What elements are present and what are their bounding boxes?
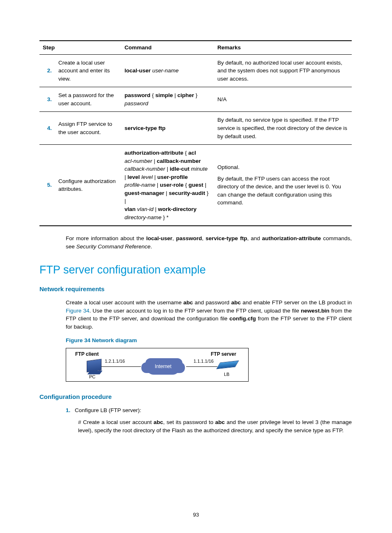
network-diagram: FTP client FTP server 1.2.1.1/16 Interne… [66, 348, 249, 382]
server-ip: 1.1.1.1/16 [194, 358, 214, 365]
step-remarks: N/A [214, 87, 352, 112]
step-remarks: Optional. By default, the FTP users can … [214, 145, 352, 226]
step-desc: Assign FTP service to the user account. [55, 112, 121, 145]
table-row: 4. Assign FTP service to the user accoun… [39, 112, 352, 145]
line-left [101, 366, 141, 367]
col-remarks: Remarks [214, 41, 352, 54]
step-command: local-user user-name [121, 54, 214, 87]
col-command: Command [121, 41, 214, 54]
internet-cloud: Internet [146, 359, 180, 375]
step-command: service-type ftp [121, 112, 214, 145]
lb-label: LB [224, 371, 229, 378]
step-number: 4. [39, 112, 55, 145]
step-desc: Set a password for the user account. [55, 87, 121, 112]
subsection-network-requirements: Network requirements [39, 285, 352, 294]
after-table-note: For more information about the local-use… [66, 234, 352, 250]
table-row: 5. Configure authorization attributes. a… [39, 145, 352, 226]
col-step: Step [39, 41, 121, 54]
procedure-substep: # Create a local user account abc, set i… [78, 418, 352, 434]
step-desc: Configure authorization attributes. [55, 145, 121, 226]
line-right [186, 366, 217, 367]
step-number: 3. [39, 87, 55, 112]
step-remarks: By default, no service type is specified… [214, 112, 352, 145]
ftp-client-label: FTP client [75, 351, 99, 358]
figure-caption: Figure 34 Network diagram [66, 336, 352, 345]
step-number: 2. [39, 54, 55, 87]
lb-icon [216, 361, 239, 369]
table-header-row: Step Command Remarks [39, 41, 352, 54]
client-ip: 1.2.1.1/16 [105, 358, 125, 365]
pc-label: PC [89, 374, 95, 380]
procedure-number: 1. [66, 406, 75, 415]
step-number: 5. [39, 145, 55, 226]
network-requirements-text: Create a local user account with the use… [66, 299, 352, 331]
step-desc: Create a local user account and enter it… [55, 54, 121, 87]
subsection-configuration-procedure: Configuration procedure [39, 392, 352, 401]
table-row: 2. Create a local user account and enter… [39, 54, 352, 87]
step-command: authorization-attribute { acl acl-number… [121, 145, 214, 226]
step-remarks: By default, no authorized local user acc… [214, 54, 352, 87]
pc-icon [87, 359, 101, 372]
procedure-step-1: 1.Configure LB (FTP server): [66, 406, 352, 415]
ftp-server-label: FTP server [211, 351, 236, 358]
figure-34-link[interactable]: Figure 34 [66, 308, 89, 314]
page: Step Command Remarks 2. Create a local u… [0, 0, 392, 533]
page-number: 93 [0, 511, 392, 519]
step-command: password { simple | cipher } password [121, 87, 214, 112]
steps-table: Step Command Remarks 2. Create a local u… [39, 40, 352, 226]
table-row: 3. Set a password for the user account. … [39, 87, 352, 112]
section-heading: FTP server configuration example [39, 262, 352, 278]
